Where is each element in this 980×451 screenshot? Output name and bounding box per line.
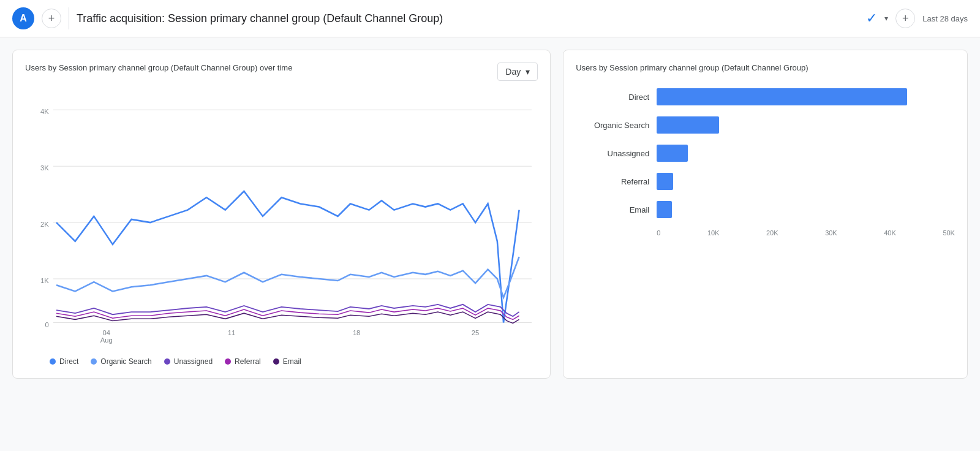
line-chart-area: 4K 3K 2K 1K 0 [25,91,538,350]
svg-text:Aug: Aug [100,336,113,344]
bar-row-referral: Referral [576,173,955,190]
organic-dot-icon [91,358,97,365]
unassigned-dot-icon [164,358,170,365]
direct-dot-icon [50,358,56,365]
bar-fill-organic [657,116,719,134]
bar-row-organic: Organic Search [576,116,955,134]
day-dropdown-arrow-icon: ▾ [526,67,530,77]
svg-text:2K: 2K [40,221,49,228]
add-tab-button[interactable]: + [42,9,61,28]
line-chart-svg: 4K 3K 2K 1K 0 [25,91,538,348]
bar-fill-direct [657,88,907,105]
bar-fill-unassigned [657,145,688,162]
legend: Direct Organic Search Unassigned Referra… [25,357,538,366]
x-label-50k: 50K [943,229,955,237]
email-dot-icon [273,358,279,365]
avatar[interactable]: A [12,7,34,29]
x-label-0: 0 [657,229,660,237]
svg-text:1K: 1K [40,277,49,284]
add-comparison-button[interactable]: + [895,9,915,28]
bar-label-direct: Direct [576,93,649,102]
bar-x-axis: 0 10K 20K 30K 40K 50K [576,229,955,237]
referral-dot-icon [225,358,231,365]
bar-track-unassigned [657,145,955,162]
legend-item-referral: Referral [225,357,261,366]
legend-item-organic: Organic Search [91,357,151,366]
check-icon: ✓ [866,10,877,26]
bar-row-email: Email [576,201,955,218]
day-dropdown[interactable]: Day ▾ [497,63,538,81]
svg-text:11: 11 [228,329,235,336]
svg-text:4K: 4K [40,108,49,115]
bar-track-email [657,201,955,218]
line-chart-title: Users by Session primary channel group (… [25,63,292,74]
bar-row-direct: Direct [576,88,955,105]
line-chart-card: Users by Session primary channel group (… [12,50,551,379]
bar-track-referral [657,173,955,190]
svg-text:04: 04 [102,329,110,336]
bar-track-direct [657,88,955,105]
chevron-down-icon[interactable]: ▾ [884,14,888,23]
bar-label-organic: Organic Search [576,121,649,130]
bar-label-email: Email [576,205,649,214]
main-content: Users by Session primary channel group (… [0,37,980,391]
legend-item-unassigned: Unassigned [164,357,213,366]
bar-label-referral: Referral [576,177,649,186]
bar-chart-container: Direct Organic Search Unassigned [576,88,955,237]
svg-text:18: 18 [353,329,360,336]
x-label-20k: 20K [766,229,778,237]
x-label-10k: 10K [707,229,720,237]
bar-fill-email [657,201,671,218]
legend-organic-label: Organic Search [100,357,151,366]
day-dropdown-label: Day [505,67,521,77]
legend-direct-label: Direct [59,357,78,366]
header: A + Traffic acquisition: Session primary… [0,0,980,37]
x-label-30k: 30K [825,229,837,237]
page-title: Traffic acquisition: Session primary cha… [77,12,859,25]
legend-referral-label: Referral [235,357,261,366]
bar-chart-card: Users by Session primary channel group (… [563,50,968,379]
bar-fill-referral [657,173,673,190]
svg-text:25: 25 [472,329,479,336]
bar-label-unassigned: Unassigned [576,149,649,158]
x-label-40k: 40K [884,229,896,237]
svg-text:0: 0 [45,321,49,328]
legend-item-direct: Direct [50,357,78,366]
svg-text:3K: 3K [40,164,49,172]
line-chart-header: Users by Session primary channel group (… [25,63,538,81]
legend-email-label: Email [283,357,301,366]
bar-chart-title: Users by Session primary channel group (… [576,63,870,74]
legend-unassigned-label: Unassigned [174,357,213,366]
header-divider [69,7,69,29]
date-range-label: Last 28 days [922,14,968,23]
bar-track-organic [657,116,955,134]
legend-item-email: Email [273,357,301,366]
bar-row-unassigned: Unassigned [576,145,955,162]
